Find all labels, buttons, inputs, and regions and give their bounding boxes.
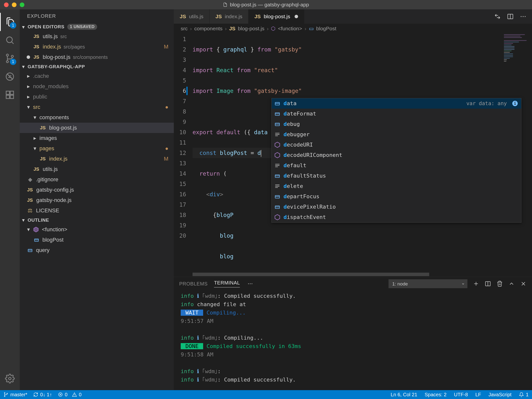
- horizontal-scrollbar[interactable]: [193, 272, 532, 277]
- outline-label: OUTLINE: [28, 217, 49, 223]
- breadcrumb-segment[interactable]: blog-post.js: [238, 26, 264, 32]
- breadcrumb-segment[interactable]: components: [194, 26, 222, 32]
- info-icon[interactable]: i: [512, 101, 518, 106]
- suggest-label: departFocus: [284, 191, 319, 202]
- status-encoding[interactable]: UTF-8: [454, 392, 468, 398]
- compare-icon[interactable]: [494, 13, 501, 20]
- file-blog-post-js[interactable]: JSblog-post.js: [20, 123, 174, 133]
- suggest-label: decodeURIComponent: [284, 150, 342, 160]
- activity-settings[interactable]: [0, 369, 20, 388]
- suggest-item[interactable]: defaultStatus: [272, 171, 521, 181]
- status-sync[interactable]: 0↓ 1↑: [33, 392, 52, 398]
- minimize-window-button[interactable]: [12, 2, 17, 7]
- modified-dot: ●: [165, 145, 172, 152]
- suggest-item[interactable]: dateFormat: [272, 109, 521, 119]
- outline-blogpost[interactable]: blogPost: [20, 235, 174, 245]
- maximize-window-button[interactable]: [20, 2, 24, 7]
- trash-icon[interactable]: [497, 281, 503, 287]
- close-icon[interactable]: [520, 281, 527, 287]
- new-terminal-icon[interactable]: [473, 281, 479, 287]
- open-editor-item[interactable]: JS blog-post.js src/components: [20, 52, 174, 62]
- license-icon: ⚖: [27, 208, 33, 214]
- status-branch[interactable]: master*: [3, 392, 27, 398]
- folder-cache[interactable]: ▸.cache: [20, 71, 174, 81]
- more-icon[interactable]: [247, 281, 253, 287]
- suggest-fn-icon: [274, 214, 281, 220]
- activity-explorer[interactable]: 1: [0, 13, 20, 31]
- suggest-item[interactable]: departFocus: [272, 191, 521, 202]
- split-terminal-icon[interactable]: [485, 281, 491, 287]
- file-utils-js[interactable]: JSutils.js: [20, 164, 174, 174]
- suggest-item[interactable]: debug: [272, 119, 521, 129]
- svg-point-2: [6, 54, 8, 56]
- unsaved-pill: 1 UNSAVED: [67, 24, 97, 30]
- activity-debug[interactable]: [0, 67, 20, 86]
- file-gatsby-node[interactable]: JSgatsby-node.js: [20, 195, 174, 205]
- status-feedback[interactable]: 1: [519, 392, 529, 398]
- folder-pages[interactable]: ▾pages●: [20, 143, 174, 154]
- status-lncol[interactable]: Ln 6, Col 21: [391, 392, 417, 398]
- suggest-detail: var data: any: [466, 98, 507, 109]
- status-eol[interactable]: LF: [475, 392, 481, 398]
- folder-public[interactable]: ▸public: [20, 92, 174, 102]
- svg-rect-20: [275, 123, 279, 126]
- activity-extensions[interactable]: [0, 86, 20, 104]
- folder-node-modules[interactable]: ▸node_modules: [20, 81, 174, 92]
- suggest-item[interactable]: decodeURIComponent: [272, 150, 521, 160]
- suggest-item[interactable]: devicePixelRatio: [272, 202, 521, 212]
- suggest-kw-icon: [274, 131, 281, 138]
- window-controls: [4, 2, 24, 7]
- status-language[interactable]: JavaScript: [489, 392, 512, 398]
- scrollbar-thumb[interactable]: [193, 273, 429, 276]
- project-name-label: GATSBY-GRAPHQL-APP: [28, 64, 85, 69]
- outline-query[interactable]: query: [20, 245, 174, 255]
- suggest-item[interactable]: default: [272, 160, 521, 171]
- tab-blog-post-js[interactable]: JS blog-post.js: [248, 9, 304, 24]
- open-editors-header[interactable]: ▾ OPEN EDITORS 1 UNSAVED: [20, 23, 174, 31]
- suggest-item[interactable]: dispatchEvent: [272, 212, 521, 222]
- terminal-output[interactable]: info ℹ ｢wdm｣: Compiled successfully.info…: [174, 290, 532, 390]
- tab-index-js[interactable]: JS index.js: [210, 9, 248, 24]
- svg-rect-27: [275, 175, 279, 178]
- open-editor-item[interactable]: JS utils.js src: [20, 31, 174, 42]
- panel-tab-terminal[interactable]: TERMINAL: [214, 280, 240, 287]
- file-license[interactable]: ⚖ LICENSE: [20, 205, 174, 216]
- breadcrumb-segment[interactable]: <function>: [278, 26, 302, 32]
- bottom-panel: PROBLEMS TERMINAL 1: node info ℹ ｢wdm｣: …: [174, 277, 532, 390]
- tab-utils-js[interactable]: JS utils.js: [174, 9, 210, 24]
- panel-tab-problems[interactable]: PROBLEMS: [179, 281, 208, 287]
- file-gitignore[interactable]: ◆ .gitignore: [20, 174, 174, 185]
- suggest-item[interactable]: delete: [272, 181, 521, 191]
- svg-rect-32: [275, 206, 279, 209]
- breadcrumbs[interactable]: src › components › JS blog-post.js › ⬡ <…: [174, 24, 532, 33]
- more-icon[interactable]: [520, 13, 527, 20]
- chevron-up-icon[interactable]: [508, 281, 515, 287]
- suggest-item[interactable]: decodeURI: [272, 140, 521, 150]
- file-index-js[interactable]: JSindex.jsM: [20, 154, 174, 164]
- folder-src[interactable]: ▾src●: [20, 102, 174, 112]
- editor-body[interactable]: 1 2 3 4 5 6 7 8 9 10 11 12 13 14 15 16 1…: [174, 33, 532, 272]
- suggest-item[interactable]: datavar data: anyi: [272, 98, 521, 109]
- breadcrumb-segment[interactable]: src: [181, 26, 188, 32]
- folder-images[interactable]: ▸images: [20, 133, 174, 143]
- status-spaces[interactable]: Spaces: 2: [425, 392, 447, 398]
- split-editor-icon[interactable]: [507, 13, 514, 20]
- project-header[interactable]: ▾ GATSBY-GRAPHQL-APP: [20, 63, 174, 70]
- suggest-item[interactable]: debugger: [272, 129, 521, 140]
- breadcrumb-segment[interactable]: blogPost: [316, 26, 337, 32]
- outline-header[interactable]: ▾ OUTLINE: [20, 216, 174, 224]
- svg-point-16: [523, 16, 524, 17]
- close-window-button[interactable]: [4, 2, 9, 7]
- activity-search[interactable]: [0, 31, 20, 49]
- js-file-icon: JS: [34, 44, 39, 50]
- activity-bar: 1 1: [0, 9, 20, 390]
- folder-components[interactable]: ▾components: [20, 112, 174, 123]
- status-errors[interactable]: 0 0: [58, 392, 82, 398]
- js-file-icon: JS: [229, 26, 235, 32]
- file-gatsby-config[interactable]: JSgatsby-config.js: [20, 185, 174, 195]
- open-editor-item[interactable]: JS index.js src/pages M: [20, 42, 174, 52]
- terminal-select[interactable]: 1: node: [389, 279, 467, 288]
- activity-scm[interactable]: 1: [0, 49, 20, 67]
- code-content[interactable]: import { graphql } from "gatsby" import …: [193, 33, 502, 272]
- outline-function[interactable]: ▾ <function>: [20, 224, 174, 235]
